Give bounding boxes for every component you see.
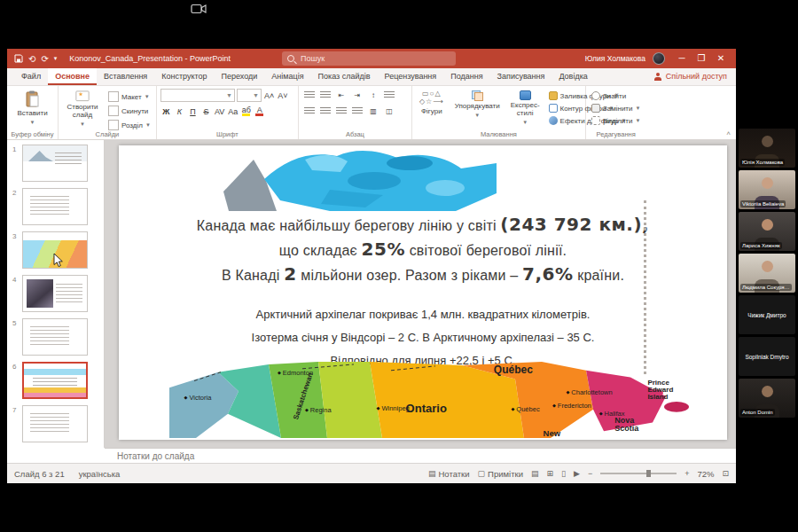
tab-Переходи[interactable]: Переходи — [215, 68, 265, 85]
share-button[interactable]: Спільний доступ — [645, 68, 736, 85]
city-marker-icon: ◆ — [278, 371, 281, 375]
font-style-button-4[interactable]: AV — [214, 106, 225, 117]
account-name[interactable]: Юлия Холмакова — [585, 54, 645, 63]
arrange-button[interactable]: Упорядкувати ▼ — [451, 89, 504, 129]
smartart-icon[interactable]: ◫ — [382, 105, 396, 117]
qat-customize-icon[interactable]: ▾ — [54, 55, 58, 62]
font-style-button-0[interactable]: Ж — [160, 106, 172, 117]
new-slide-button[interactable]: Створити слайд ▼ — [62, 89, 103, 129]
zoom-slider-thumb[interactable] — [646, 470, 651, 477]
zoom-level[interactable]: 72% — [697, 469, 714, 479]
arctic-map-graphic[interactable] — [223, 145, 497, 211]
participant-tile[interactable]: Юлія Холмакова — [739, 129, 795, 168]
columns-icon[interactable]: ▥ — [366, 105, 380, 117]
tab-Записування[interactable]: Записування — [490, 68, 552, 85]
font-style-button-1[interactable]: К — [174, 106, 185, 117]
slide-thumbnail-1[interactable] — [22, 145, 88, 182]
participant-tile[interactable]: Лариса Хижняк — [739, 212, 795, 251]
map-province-label: Ontario — [406, 403, 447, 415]
tab-Довідка[interactable]: Довідка — [552, 68, 594, 85]
map-province-label: Québec — [494, 364, 533, 375]
zoom-out-icon[interactable]: − — [588, 469, 592, 478]
align-right-icon[interactable] — [334, 105, 348, 117]
tab-Показ слайдів[interactable]: Показ слайдів — [311, 68, 378, 85]
tab-Рецензування[interactable]: Рецензування — [378, 68, 444, 85]
minimize-button[interactable]: ─ — [672, 49, 692, 68]
undo-icon[interactable]: ⟲ — [28, 54, 35, 64]
tab-Основне[interactable]: Основне — [48, 68, 97, 85]
shapes-button[interactable]: ▭○△◇☆⟶ Фігури — [416, 89, 448, 129]
tab-Подання[interactable]: Подання — [443, 68, 489, 85]
notes-pane[interactable]: Нотатки до слайда — [105, 448, 736, 463]
restore-button[interactable]: ❐ — [692, 49, 711, 68]
layout-button[interactable]: Макет ▼ — [106, 90, 153, 103]
slide-canvas[interactable]: Канада має найбільшу берегову лінію у св… — [105, 140, 736, 448]
font-color-button[interactable]: А — [254, 106, 265, 117]
select-icon — [591, 116, 600, 125]
zoom-in-icon[interactable]: + — [685, 469, 689, 478]
notes-toggle-button[interactable]: ▤ Нотатки — [428, 469, 470, 479]
collapse-ribbon-icon[interactable]: ˄ — [726, 129, 731, 137]
city-marker-icon: ◆ — [184, 395, 188, 399]
slide-thumbnail-6[interactable] — [22, 362, 88, 399]
font-size-select[interactable]: ▼ — [237, 89, 262, 102]
mouse-cursor — [53, 254, 63, 268]
text-direction-icon[interactable] — [382, 89, 396, 101]
slide-thumbnail-2[interactable] — [22, 188, 88, 225]
participant-tile[interactable]: Людмила Сокурянська — [739, 254, 795, 293]
highlight-color-button[interactable]: аб — [240, 106, 252, 117]
search-input[interactable] — [299, 53, 432, 64]
font-style-button-2[interactable]: П — [187, 106, 199, 117]
participant-tile[interactable]: Чижик Дмитро — [739, 295, 795, 334]
chevron-down-icon: ▼ — [635, 106, 640, 111]
section-button[interactable]: Розділ ▼ — [106, 119, 153, 131]
participant-tile[interactable]: Sopilniak Dmytro — [739, 337, 795, 376]
numbering-icon[interactable] — [318, 89, 332, 101]
tab-Анімація[interactable]: Анімація — [264, 68, 310, 85]
tab-Вставлення[interactable]: Вставлення — [97, 68, 154, 85]
zoom-slider[interactable] — [600, 473, 677, 474]
shrink-font-button[interactable]: A˅ — [277, 90, 288, 101]
slide-title-text[interactable]: Канада має найбільшу берегову лінію у св… — [119, 213, 727, 287]
select-button[interactable]: Виділити ▼ — [590, 115, 643, 126]
font-style-button-3[interactable]: S — [200, 106, 212, 117]
grow-font-button[interactable]: A˄ — [263, 90, 275, 101]
account-avatar[interactable] — [653, 52, 665, 65]
normal-view-icon[interactable]: ▤ — [531, 469, 539, 478]
participant-tile[interactable]: Anton Domin — [739, 379, 795, 418]
reading-view-icon[interactable]: ▯ — [561, 469, 566, 478]
canada-map-graphic[interactable]: ◆Victoria◆Edmonton◆Regina◆Winnipeg◆Québe… — [169, 362, 719, 438]
slide-sorter-view-icon[interactable]: ⊞ — [546, 469, 553, 478]
participant-tile[interactable]: Viktoriia Beliaieva — [739, 170, 795, 209]
paste-button[interactable]: Вставити ▼ — [13, 89, 51, 129]
slideshow-icon[interactable]: ▶ — [574, 469, 580, 478]
tab-Конструктор[interactable]: Конструктор — [154, 68, 214, 85]
comments-toggle-button[interactable]: ▢ Примітки — [478, 469, 523, 479]
language-indicator[interactable]: українська — [79, 469, 121, 479]
arrange-icon — [472, 90, 483, 101]
reset-button[interactable]: Скинути — [106, 105, 153, 117]
slide-thumbnail-7[interactable] — [22, 405, 88, 442]
quick-styles-button[interactable]: Експрес-стилі ▼ — [507, 89, 544, 129]
outdent-icon[interactable]: ⇤ — [334, 89, 348, 101]
find-button[interactable]: Знайти — [590, 90, 643, 101]
font-style-button-5[interactable]: Aa — [227, 106, 239, 117]
close-button[interactable]: ✕ — [711, 49, 731, 68]
bullets-icon[interactable] — [302, 89, 317, 101]
align-left-icon[interactable] — [302, 105, 317, 117]
search-box[interactable] — [282, 51, 456, 66]
font-group-label: Шрифт — [157, 130, 298, 138]
indent-icon[interactable]: ⇥ — [350, 89, 364, 101]
justify-icon[interactable] — [350, 105, 364, 117]
current-slide[interactable]: Канада має найбільшу берегову лінію у св… — [119, 145, 727, 440]
save-icon[interactable] — [14, 54, 23, 63]
slide-thumbnail-4[interactable] — [22, 275, 88, 312]
font-name-select[interactable]: ▼ — [160, 89, 235, 102]
tab-Файл[interactable]: Файл — [14, 68, 48, 85]
line-spacing-icon[interactable]: ↕ — [366, 89, 380, 101]
redo-icon[interactable]: ⟳ — [41, 54, 48, 64]
replace-button[interactable]: Замінити ▼ — [590, 103, 643, 113]
slide-thumbnail-5[interactable] — [22, 318, 88, 356]
fit-to-window-icon[interactable]: ⊡ — [722, 469, 729, 478]
align-center-icon[interactable] — [318, 105, 332, 117]
